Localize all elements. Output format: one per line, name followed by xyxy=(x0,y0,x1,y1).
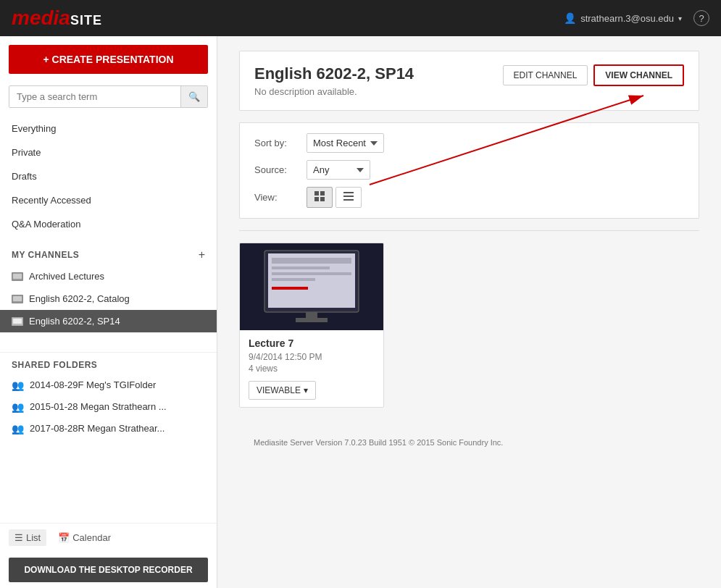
header-right: 👤 strathearn.3@osu.edu ▾ ? xyxy=(564,10,709,26)
logo: mediaSITE xyxy=(12,7,102,30)
folder-label-1: 2015-01-28 Megan Strathearn ... xyxy=(30,401,167,412)
download-desktop-recorder-button[interactable]: DOWNLOAD THE DESKTOP RECORDER xyxy=(9,558,208,582)
sort-select[interactable]: Most Recent Oldest A-Z Z-A xyxy=(307,133,384,153)
lecture-date: 9/4/2014 12:50 PM xyxy=(249,352,375,362)
svg-rect-22 xyxy=(272,287,308,290)
view-toggle xyxy=(307,187,362,208)
list-view-button[interactable] xyxy=(336,187,362,208)
nav-link-drafts: Drafts xyxy=(0,164,217,188)
help-label: ? xyxy=(699,13,704,24)
shared-folders-section-header: SHARED FOLDERS xyxy=(0,352,217,374)
channel-description: No description available. xyxy=(254,86,414,97)
view-channel-button[interactable]: VIEW CHANNEL xyxy=(593,64,684,86)
user-icon: 👤 xyxy=(564,12,576,24)
main-content: English 6202-2, SP14 No description avai… xyxy=(217,36,721,588)
sort-label: Sort by: xyxy=(254,138,298,148)
folder-label-2: 2017-08-28R Megan Strathear... xyxy=(30,423,164,434)
channel-label-archived: Archived Lectures xyxy=(29,271,104,282)
svg-rect-14 xyxy=(343,199,354,201)
channel-label-sp14: English 6202-2, SP14 xyxy=(29,316,120,327)
calendar-label: Calendar xyxy=(72,532,111,543)
nav-item-qa-moderation[interactable]: Q&A Moderation xyxy=(0,212,217,236)
list-label: List xyxy=(26,532,41,543)
svg-rect-24 xyxy=(296,318,328,322)
nav-link-everything: Everything xyxy=(0,117,217,140)
svg-rect-5 xyxy=(13,319,22,324)
svg-rect-11 xyxy=(320,197,325,201)
channel-title-block: English 6202-2, SP14 No description avai… xyxy=(254,64,414,97)
svg-rect-13 xyxy=(343,196,354,197)
help-button[interactable]: ? xyxy=(693,10,709,26)
calendar-icon: 📅 xyxy=(58,532,70,543)
search-bar: 🔍 xyxy=(9,85,208,108)
create-presentation-button[interactable]: + CREATE PRESENTATION xyxy=(9,45,208,74)
source-select[interactable]: Any Upload Recorder xyxy=(307,160,370,180)
channel-item-english-catalog[interactable]: English 6202-2, Catalog xyxy=(0,287,217,310)
my-channels-section-header: MY CHANNELS + xyxy=(0,242,217,265)
svg-rect-21 xyxy=(272,278,315,281)
svg-rect-9 xyxy=(320,191,325,196)
nav-link-recently-accessed: Recently Accessed xyxy=(0,188,217,212)
channel-list: Archived Lectures English 6202-2, Catalo… xyxy=(0,265,217,349)
channel-item-archived-lectures[interactable]: Archived Lectures xyxy=(0,265,217,287)
svg-rect-19 xyxy=(272,266,330,269)
thumbnail-image xyxy=(246,243,377,330)
grid-view-button[interactable] xyxy=(307,187,333,208)
svg-rect-8 xyxy=(314,191,319,196)
channel-icon xyxy=(12,272,23,281)
channel-header: English 6202-2, SP14 No description avai… xyxy=(239,51,699,111)
source-label: Source: xyxy=(254,164,298,175)
svg-rect-18 xyxy=(272,258,351,264)
folder-icon: 👥 xyxy=(12,379,24,391)
main-layout: + CREATE PRESENTATION 🔍 Everything Priva… xyxy=(0,36,721,588)
lecture-views: 4 views xyxy=(249,364,375,374)
logo-site: SITE xyxy=(70,13,102,28)
user-menu[interactable]: 👤 strathearn.3@osu.edu ▾ xyxy=(564,12,682,24)
edit-channel-button[interactable]: EDIT CHANNEL xyxy=(503,65,588,85)
calendar-tab[interactable]: 📅 Calendar xyxy=(52,529,117,546)
divider xyxy=(239,230,699,231)
nav-item-private[interactable]: Private xyxy=(0,140,217,164)
nav-item-drafts[interactable]: Drafts xyxy=(0,164,217,188)
my-channels-label: MY CHANNELS xyxy=(12,250,79,260)
nav-item-recently-accessed[interactable]: Recently Accessed xyxy=(0,188,217,212)
nav-list: Everything Private Drafts Recently Acces… xyxy=(0,117,217,242)
search-input[interactable] xyxy=(9,86,180,107)
channel-icon-active xyxy=(12,317,23,326)
sidebar-footer: ☰ List 📅 Calendar xyxy=(0,523,217,552)
folder-list: 👥 2014-08-29F Meg's TGIFolder 👥 2015-01-… xyxy=(0,374,217,440)
logo-media: media xyxy=(12,7,70,30)
filter-bar: Sort by: Most Recent Oldest A-Z Z-A Sour… xyxy=(239,122,699,219)
viewable-button[interactable]: VIEWABLE ▾ xyxy=(249,381,316,400)
view-row: View: xyxy=(254,187,684,208)
view-label: View: xyxy=(254,192,298,203)
footer-text: Mediasite Server Version 7.0.23 Build 19… xyxy=(239,431,517,454)
svg-rect-1 xyxy=(13,274,22,279)
page-footer: Mediasite Server Version 7.0.23 Build 19… xyxy=(239,437,699,448)
search-button[interactable]: 🔍 xyxy=(180,86,207,107)
list-tab[interactable]: ☰ List xyxy=(9,529,46,546)
source-row: Source: Any Upload Recorder xyxy=(254,160,684,180)
folder-item-1[interactable]: 👥 2015-01-28 Megan Strathearn ... xyxy=(0,396,217,418)
lecture-card: Lecture 7 9/4/2014 12:50 PM 4 views VIEW… xyxy=(239,243,384,408)
nav-item-everything[interactable]: Everything xyxy=(0,117,217,140)
svg-rect-23 xyxy=(306,312,317,318)
grid-icon xyxy=(314,191,325,201)
shared-folders-label: SHARED FOLDERS xyxy=(12,360,97,370)
add-channel-button[interactable]: + xyxy=(199,249,205,261)
folder-item-2[interactable]: 👥 2017-08-28R Megan Strathear... xyxy=(0,418,217,440)
channel-title: English 6202-2, SP14 xyxy=(254,64,414,83)
svg-rect-12 xyxy=(343,192,354,193)
header: mediaSITE 👤 strathearn.3@osu.edu ▾ ? xyxy=(0,0,721,36)
nav-link-private: Private xyxy=(0,140,217,164)
channel-label-catalog: English 6202-2, Catalog xyxy=(29,293,130,304)
lecture-info: Lecture 7 9/4/2014 12:50 PM 4 views VIEW… xyxy=(240,330,383,407)
annotation-container: English 6202-2, SP14 No description avai… xyxy=(239,51,699,111)
username: strathearn.3@osu.edu xyxy=(580,13,674,24)
folder-item-0[interactable]: 👥 2014-08-29F Meg's TGIFolder xyxy=(0,374,217,396)
folder-label-0: 2014-08-29F Meg's TGIFolder xyxy=(30,379,156,390)
svg-rect-10 xyxy=(314,197,319,201)
nav-link-qa-moderation: Q&A Moderation xyxy=(0,212,217,236)
channel-item-english-sp14[interactable]: English 6202-2, SP14 xyxy=(0,310,217,332)
sort-row: Sort by: Most Recent Oldest A-Z Z-A xyxy=(254,133,684,153)
